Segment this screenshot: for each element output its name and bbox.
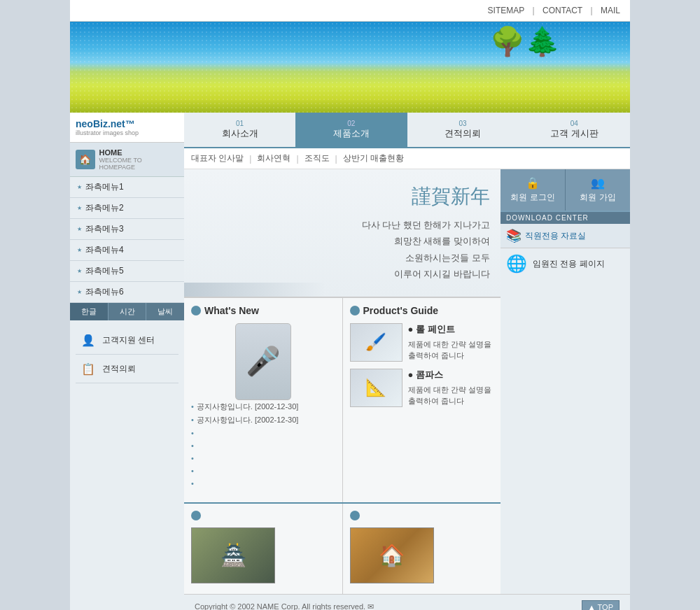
sub-nav-item-4[interactable]: 상반기 매출현황 (343, 152, 404, 164)
sidebar-tabs: 한글 시간 날씨 (70, 303, 184, 320)
sub-nav-item-3[interactable]: 조직도 (304, 152, 330, 164)
login-label: 회원 로그인 (510, 192, 554, 204)
sidebar-home[interactable]: 🏠 HOME WELCOME TO HOMEPAGE (70, 143, 184, 177)
products-guide-label: Product's Guide (363, 305, 439, 316)
lower-sections: 🏯 🏠 (184, 502, 500, 594)
sub-nav: 대표자 인사말 | 회사연혁 | 조직도 | 상반기 매출현황 (184, 148, 630, 169)
nav-tab-board[interactable]: 04 고객 게시판 (519, 113, 630, 147)
trees-decoration: 🌳🌲 (490, 25, 560, 58)
product-desc-2: 제품에 대한 간략 설명을 출력하여 줍니다 (408, 384, 494, 407)
product-item-2: 📐 ● 콤파스 제품에 대한 간략 설명을 출력하여 줍니다 (350, 369, 494, 407)
product-img-1: 🖌️ (350, 323, 402, 362)
sub-nav-item-2[interactable]: 회사연혁 (257, 152, 290, 164)
nav-tab-product[interactable]: 02 제품소개 (295, 113, 407, 147)
tab-time[interactable]: 시간 (108, 303, 147, 320)
top-button[interactable]: ▲ TOP (582, 600, 620, 610)
tab-num-1: 01 (188, 120, 292, 127)
korean-line2: 희망찬 새해를 맞이하여 (195, 233, 490, 249)
sub-nav-item-1[interactable]: 대표자 인사말 (191, 152, 244, 164)
exec-page-link[interactable]: 🌐 임원진 전용 페이지 (500, 248, 630, 279)
home-label: HOME (99, 148, 178, 157)
member-buttons: 🔒 회원 로그인 👥 회원 가입 (500, 169, 630, 212)
sidebar-item-5[interactable]: 좌측메뉴5 (70, 261, 184, 282)
lower-left-title (191, 511, 335, 520)
footer: Copyright © 2002 NAME Corp. All rights r… (184, 594, 630, 610)
product-desc-1: 제품에 대한 간략 설명을 출력하여 줍니다 (408, 339, 494, 362)
product-item-1: 🖌️ ● 롤 페인트 제품에 대한 간략 설명을 출력하여 줍니다 (350, 323, 494, 362)
tab-label-3: 견적의뢰 (444, 128, 481, 139)
sep2: | (591, 6, 593, 15)
sidebar-logo: neoBiz.net™ illustrator images shop (70, 113, 184, 143)
news-empty-2 (191, 439, 335, 452)
sidebar-item-4[interactable]: 좌측메뉴4 (70, 240, 184, 261)
sidebar-item-2[interactable]: 좌측메뉴2 (70, 198, 184, 219)
support-icon: 👤 (78, 330, 98, 350)
contact-link[interactable]: CONTACT (542, 6, 582, 15)
sidebar-item-6[interactable]: 좌측메뉴6 (70, 282, 184, 303)
home-text-block: HOME WELCOME TO HOMEPAGE (99, 148, 178, 171)
download-center-title: DOWNLOAD CENTER (500, 212, 630, 224)
lower-right: 🏠 (343, 504, 501, 594)
hero-banner: 🌳🌲 (70, 22, 630, 113)
news-item-2[interactable]: 공지사항입니다. [2002-12-30] (191, 413, 335, 427)
tab-label-4: 고객 게시판 (550, 128, 598, 139)
home-sub: WELCOME TO HOMEPAGE (99, 157, 178, 171)
nav-tab-estimate[interactable]: 03 견적의뢰 (407, 113, 519, 147)
sidebar-menu: 좌측메뉴1 좌측메뉴2 좌측메뉴3 좌측메뉴4 좌측메뉴5 좌측메뉴6 (70, 177, 184, 303)
korean-line3: 소원하시는것들 모두 (195, 250, 490, 266)
news-empty-3 (191, 452, 335, 464)
sep1: | (533, 6, 535, 15)
product-name-2: ● 콤파스 (408, 369, 494, 381)
products-guide-title: Product's Guide (350, 305, 494, 316)
exec-label: 임원진 전용 페이지 (533, 258, 605, 270)
mail-link[interactable]: MAIL (601, 6, 620, 15)
sidebar-bottom: 👤 고객지원 센터 📋 견적의뢰 (70, 320, 184, 389)
content-body: 謹賀新年 다사 다난 했던 한해가 지나가고 희망찬 새해를 맞이하여 소원하시… (184, 169, 630, 594)
main-container: neoBiz.net™ illustrator images shop 🏠 HO… (70, 113, 630, 610)
mic-image: 🎤 (235, 323, 291, 400)
ribbon-decoration (184, 283, 324, 297)
sidebar: neoBiz.net™ illustrator images shop 🏠 HO… (70, 113, 184, 610)
staff-link[interactable]: 📚 직원전용 자료실 (500, 224, 630, 248)
product-img-2: 📐 (350, 369, 402, 407)
lock-icon: 🔒 (526, 176, 540, 190)
main-nav-tabs: 01 회사소개 02 제품소개 03 견적의뢰 04 고객 게시판 (184, 113, 630, 148)
lower-left: 🏯 (184, 504, 343, 594)
login-button[interactable]: 🔒 회원 로그인 (500, 169, 566, 211)
sidebar-item-3[interactable]: 좌측메뉴3 (70, 219, 184, 240)
house-image: 🏠 (350, 527, 434, 583)
news-list: 공지사항입니다. [2002-12-30] 공지사항입니다. [2002-12-… (191, 400, 335, 490)
mail-icon[interactable]: ✉ (368, 602, 374, 610)
whats-new-title: What's New (191, 305, 335, 316)
building-icon: 🏯 (220, 543, 246, 567)
hero-text-section: 謹賀新年 다사 다난 했던 한해가 지나가고 희망찬 새해를 맞이하여 소원하시… (184, 169, 500, 297)
logo-sub: illustrator images shop (76, 129, 178, 136)
nav-tab-company[interactable]: 01 회사소개 (184, 113, 295, 147)
korean-line4: 이루어 지시길 바랍니다 (195, 266, 490, 282)
consult-icon: 📋 (78, 359, 98, 378)
logo-name: neoBiz.net™ (76, 118, 178, 129)
sidebar-consult[interactable]: 📋 견적의뢰 (76, 355, 178, 383)
sub-sep-1: | (249, 154, 251, 164)
lower-left-dot (191, 511, 201, 520)
sidebar-support[interactable]: 👤 고객지원 센터 (76, 326, 178, 355)
stack-icon: 📚 (506, 228, 522, 243)
main-panel: 謹賀新年 다사 다난 했던 한해가 지나가고 희망찬 새해를 맞이하여 소원하시… (184, 169, 500, 594)
right-panel: 🔒 회원 로그인 👥 회원 가입 DOWNLOAD CENTER 📚 (500, 169, 630, 594)
news-item-1[interactable]: 공지사항입니다. [2002-12-30] (191, 400, 335, 413)
products-guide-dot (350, 306, 360, 315)
whats-new-section: What's New 🎤 공지사항입니다. [2002-12-30] 공지사항입… (184, 298, 343, 502)
copyright-text: Copyright © 2002 NAME Corp. All rights r… (195, 602, 374, 610)
tab-hangul[interactable]: 한글 (70, 303, 108, 320)
content-area: 01 회사소개 02 제품소개 03 견적의뢰 04 고객 게시판 대표자 (184, 113, 630, 610)
news-empty-5 (191, 477, 335, 490)
building-image: 🏯 (191, 527, 275, 583)
sidebar-item-1[interactable]: 좌측메뉴1 (70, 177, 184, 198)
tab-weather[interactable]: 날씨 (146, 303, 184, 320)
join-button[interactable]: 👥 회원 가입 (566, 169, 630, 211)
download-center: DOWNLOAD CENTER 📚 직원전용 자료실 (500, 212, 630, 248)
sitemap-link[interactable]: SITEMAP (488, 6, 525, 15)
whats-new-dot (191, 306, 201, 315)
support-label: 고객지원 센터 (102, 334, 155, 346)
korean-line1: 다사 다난 했던 한해가 지나가고 (195, 217, 490, 233)
